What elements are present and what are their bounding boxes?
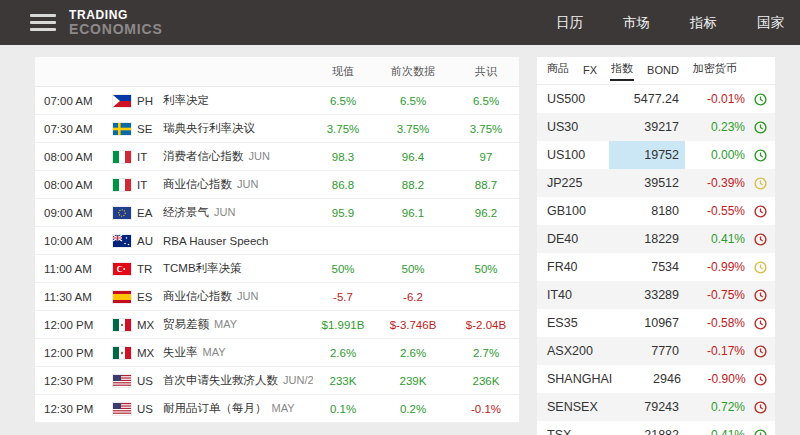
country-code: US xyxy=(137,375,153,387)
calendar-event-row[interactable]: 11:00 AMTRTCMB利率决策50%50%50% xyxy=(35,255,519,283)
tab-indices[interactable]: 指数 xyxy=(611,61,633,79)
flag-se-icon xyxy=(113,123,131,135)
country-code: PH xyxy=(137,95,153,107)
hamburger-menu-icon[interactable] xyxy=(30,10,56,35)
nav-item-countries[interactable]: 国家 xyxy=(757,14,784,32)
market-price: 10967 xyxy=(609,309,685,337)
consensus-value: 88.7 xyxy=(453,179,519,191)
flag-tr-icon xyxy=(113,263,131,275)
calendar-event-row[interactable]: 12:00 PMMX失业率MAY2.6%2.6%2.7% xyxy=(35,339,519,367)
event-name: TCMB利率决策 xyxy=(163,261,313,276)
calendar-rows: 07:00 AMPH利率决定6.5%6.5%6.5%07:30 AMSE瑞典央行… xyxy=(35,87,519,423)
market-row-us30[interactable]: US30392170.23% xyxy=(537,113,775,141)
consensus-value: 50% xyxy=(453,263,519,275)
event-reference-period: MAY xyxy=(214,318,237,330)
event-time: 10:00 AM xyxy=(35,235,113,247)
event-reference-period: MAY xyxy=(203,346,226,358)
previous-value: 96.4 xyxy=(373,151,453,163)
page-body: 现值 前次数据 共识 07:00 AMPH利率决定6.5%6.5%6.5%07:… xyxy=(0,45,800,435)
consensus-value: 3.75% xyxy=(453,123,519,135)
previous-value: $-3.746B xyxy=(373,319,453,331)
market-row-asx200[interactable]: ASX2007770-0.17% xyxy=(537,337,775,365)
market-row-tsx[interactable]: TSX218820.41% xyxy=(537,421,775,435)
event-time: 09:00 AM xyxy=(35,207,113,219)
market-row-es35[interactable]: ES3510967-0.58% xyxy=(537,309,775,337)
flag-au-icon xyxy=(113,235,131,247)
previous-value: 2.6% xyxy=(373,347,453,359)
calendar-event-row[interactable]: 12:30 PMUS首次申请失业救济人数JUN/22233K239K236K xyxy=(35,367,519,395)
tab-fx[interactable]: FX xyxy=(583,64,597,79)
tab-bond[interactable]: BOND xyxy=(647,64,679,79)
market-row-us100[interactable]: US100197520.00% xyxy=(537,141,775,169)
flag-it-icon xyxy=(113,179,131,191)
nav-item-markets[interactable]: 市场 xyxy=(623,14,650,32)
consensus-value: 96.2 xyxy=(453,207,519,219)
event-time: 07:30 AM xyxy=(35,123,113,135)
country-cell: ES xyxy=(113,291,163,303)
nav-item-indicators[interactable]: 指标 xyxy=(690,14,717,32)
market-change-percent: 0.41% xyxy=(685,232,745,246)
country-code: EA xyxy=(137,207,152,219)
market-change-percent: -0.75% xyxy=(685,288,745,302)
market-change-percent: 0.41% xyxy=(685,428,745,435)
actual-value: 2.6% xyxy=(313,347,373,359)
actual-value: 3.75% xyxy=(313,123,373,135)
actual-value: 6.5% xyxy=(313,95,373,107)
tab-commodities[interactable]: 商品 xyxy=(547,61,569,79)
logo-line2: ECONOMICS xyxy=(69,22,163,36)
country-code: MX xyxy=(137,319,154,331)
market-row-sensex[interactable]: SENSEX792430.72% xyxy=(537,393,775,421)
previous-value: 50% xyxy=(373,263,453,275)
calendar-event-row[interactable]: 10:00 AMAURBA Hauser Speech xyxy=(35,227,519,255)
market-row-jp225[interactable]: JP22539512-0.39% xyxy=(537,169,775,197)
calendar-event-row[interactable]: 12:30 PMUS耐用品订单（每月）MAY0.1%0.2%-0.1% xyxy=(35,395,519,423)
tab-crypto[interactable]: 加密货币 xyxy=(693,61,737,79)
flag-us-icon xyxy=(113,375,131,387)
calendar-event-row[interactable]: 12:00 PMMX贸易差额MAY$1.991B$-3.746B$-2.04B xyxy=(35,311,519,339)
market-status-clock-icon xyxy=(745,177,775,190)
market-row-shanghai[interactable]: SHANGHAI2946-0.90% xyxy=(537,365,775,393)
country-code: AU xyxy=(137,235,153,247)
event-time: 12:00 PM xyxy=(35,319,113,331)
country-code: TR xyxy=(137,263,152,275)
country-cell: AU xyxy=(113,235,163,247)
previous-value: 0.2% xyxy=(373,403,453,415)
market-change-percent: -0.39% xyxy=(685,176,745,190)
market-row-de40[interactable]: DE40182290.41% xyxy=(537,225,775,253)
calendar-event-row[interactable]: 08:00 AMIT商业信心指数JUN86.888.288.7 xyxy=(35,171,519,199)
actual-value: 50% xyxy=(313,263,373,275)
calendar-event-row[interactable]: 09:00 AMEA经济景气JUN95.996.196.2 xyxy=(35,199,519,227)
event-time: 11:30 AM xyxy=(35,291,113,303)
market-price: 39512 xyxy=(609,169,685,197)
event-name: 耐用品订单（每月）MAY xyxy=(163,401,313,416)
market-price: 19752 xyxy=(609,141,685,169)
calendar-event-row[interactable]: 07:30 AMSE瑞典央行利率决议3.75%3.75%3.75% xyxy=(35,115,519,143)
market-status-clock-icon xyxy=(745,205,775,218)
column-header-consensus: 共识 xyxy=(453,64,519,79)
market-change-percent: -0.58% xyxy=(685,316,745,330)
market-change-percent: -0.99% xyxy=(685,260,745,274)
market-row-gb100[interactable]: GB1008180-0.55% xyxy=(537,197,775,225)
country-cell: US xyxy=(113,375,163,387)
market-price: 79243 xyxy=(609,393,685,421)
calendar-event-row[interactable]: 11:30 AMES商业信心指数JUN-5.7-6.2 xyxy=(35,283,519,311)
actual-value: 95.9 xyxy=(313,207,373,219)
event-time: 11:00 AM xyxy=(35,263,113,275)
market-symbol: US100 xyxy=(547,148,609,162)
nav-item-calendar[interactable]: 日历 xyxy=(556,14,583,32)
calendar-event-row[interactable]: 07:00 AMPH利率决定6.5%6.5%6.5% xyxy=(35,87,519,115)
market-price: 18229 xyxy=(609,225,685,253)
country-code: IT xyxy=(137,151,147,163)
trading-economics-logo[interactable]: TRADING ECONOMICS xyxy=(69,9,163,36)
market-row-fr40[interactable]: FR407534-0.99% xyxy=(537,253,775,281)
market-row-us500[interactable]: US5005477.24-0.01% xyxy=(537,85,775,113)
event-name: 首次申请失业救济人数JUN/22 xyxy=(163,373,313,388)
market-row-it40[interactable]: IT4033289-0.75% xyxy=(537,281,775,309)
top-nav-bar: TRADING ECONOMICS 日历 市场 指标 国家 xyxy=(0,0,800,45)
event-name: 瑞典央行利率决议 xyxy=(163,121,313,136)
actual-value: 86.8 xyxy=(313,179,373,191)
consensus-value: 97 xyxy=(453,151,519,163)
flag-es-icon xyxy=(113,291,131,303)
market-price: 7770 xyxy=(609,337,685,365)
calendar-event-row[interactable]: 08:00 AMIT消费者信心指数JUN98.396.497 xyxy=(35,143,519,171)
